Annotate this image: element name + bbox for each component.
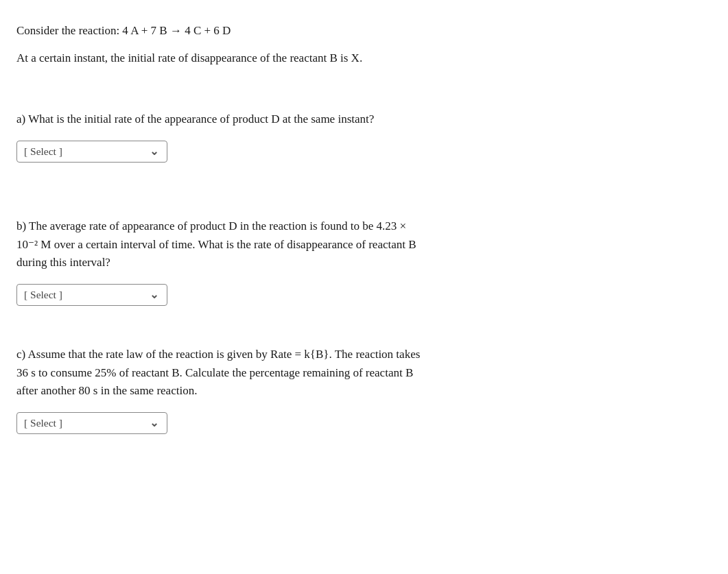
question-b-line2: 10⁻² M over a certain interval of time. … — [16, 238, 416, 251]
intro-line-2: At a certain instant, the initial rate o… — [16, 49, 689, 67]
question-c-line3: after another 80 s in the same reaction. — [16, 384, 197, 397]
question-b-line3: during this interval? — [16, 256, 110, 269]
select-a-label: [ Select ] — [24, 145, 62, 158]
select-c-label: [ Select ] — [24, 417, 62, 429]
question-b-block: b) The average rate of appearance of pro… — [16, 217, 689, 306]
question-c-line2: 36 s to consume 25% of reactant B. Calcu… — [16, 366, 413, 379]
question-c-line1: c) Assume that the rate law of the react… — [16, 348, 420, 361]
select-b[interactable]: [ Select ] ⌄ — [16, 284, 167, 306]
select-c[interactable]: [ Select ] ⌄ — [16, 412, 167, 434]
select-a[interactable]: [ Select ] ⌄ — [16, 141, 167, 163]
question-a-text: a) What is the initial rate of the appea… — [16, 110, 689, 128]
select-b-label: [ Select ] — [24, 289, 62, 301]
intro-line-1: Consider the reaction: 4 A + 7 B → 4 C +… — [16, 22, 689, 40]
chevron-down-icon-b: ⌄ — [150, 289, 158, 300]
question-a-block: a) What is the initial rate of the appea… — [16, 110, 689, 163]
question-c-block: c) Assume that the rate law of the react… — [16, 346, 689, 434]
question-b-text: b) The average rate of appearance of pro… — [16, 217, 689, 272]
question-c-text: c) Assume that the rate law of the react… — [16, 346, 689, 400]
chevron-down-icon-c: ⌄ — [150, 418, 158, 429]
question-b-line1: b) The average rate of appearance of pro… — [16, 219, 406, 232]
content-area: Consider the reaction: 4 A + 7 B → 4 C +… — [16, 22, 689, 434]
chevron-down-icon-a: ⌄ — [150, 146, 158, 157]
